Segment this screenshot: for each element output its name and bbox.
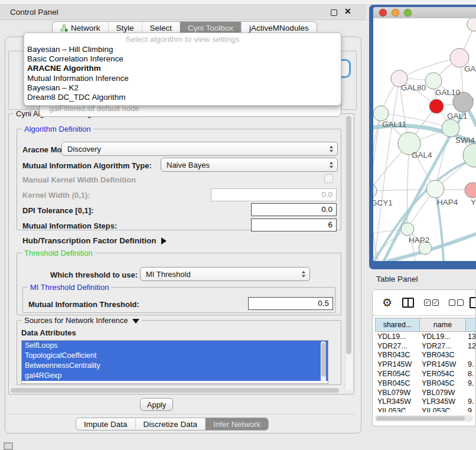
float-window-icon[interactable] [331, 9, 337, 16]
data-attributes-label: Data Attributes [21, 328, 76, 337]
attribute-item[interactable]: BetweennessCentrality [22, 361, 328, 371]
table-toolbar: ⚙ ✓✓ [373, 290, 475, 316]
table-cell: YDL19... [419, 332, 465, 341]
table-cell: 9. [465, 379, 476, 387]
table-row[interactable]: YBL079WYBL079W [375, 388, 476, 397]
manual-kernel-checkbox[interactable] [324, 174, 333, 183]
select-all-checkboxes-icon[interactable]: ✓✓ [424, 299, 439, 306]
hub-definition-label: Hub/Transcription Factor Definition [22, 236, 157, 245]
attribute-item[interactable]: SelfLoops [22, 341, 328, 351]
table-row[interactable]: YDR27...YDR27...12 [375, 341, 476, 351]
algorithm-definition-title: Algorithm Definition [22, 125, 93, 133]
table-cell: YPR145W [419, 360, 465, 369]
data-attributes-list[interactable]: SelfLoopsTopologicalCoefficientBetweenne… [21, 340, 328, 384]
table-row[interactable]: YPR145WYPR145W9. [375, 360, 476, 369]
mi-steps-label: Mutual Information Steps: [22, 221, 117, 230]
table-row[interactable]: YER054CYER054C8. [375, 369, 476, 379]
table-row[interactable]: YBR045CYBR045C9. [375, 379, 476, 388]
network-node[interactable] [426, 180, 444, 198]
table-cell: 9. [465, 360, 476, 369]
attributes-vscrollbar-thumb[interactable] [321, 343, 326, 377]
mi-type-value: Naive Bayes [167, 161, 210, 169]
settings-hscrollbar-thumb[interactable] [11, 388, 339, 393]
node-label: GAL11 [382, 120, 406, 129]
table-column-header[interactable]: name [419, 318, 465, 332]
sources-group-title[interactable]: Sources for Network Inference [22, 316, 142, 325]
table-row[interactable]: YIL053CYIL053C9. [375, 406, 476, 412]
settings-vscrollbar-thumb[interactable] [346, 116, 351, 354]
zoom-traffic-light-icon[interactable] [404, 9, 412, 17]
table-row[interactable]: YDL19...YDL19...13 [375, 332, 476, 341]
network-node[interactable] [425, 73, 442, 89]
gear-icon[interactable]: ⚙ [382, 297, 392, 308]
deselect-all-checkboxes-icon[interactable] [449, 299, 464, 306]
dpi-tolerance-field[interactable]: 0.0 [251, 203, 337, 216]
algorithm-option[interactable]: Bayesian – K2 [24, 83, 341, 93]
minimize-traffic-light-icon[interactable] [392, 9, 399, 17]
tab-label: Network [71, 24, 100, 32]
node-label: GCY1 [373, 198, 393, 207]
table-column-header[interactable] [465, 318, 476, 332]
apply-button[interactable]: Apply [140, 398, 173, 411]
top-strip [0, 0, 476, 5]
table-cell: 9. [465, 397, 476, 406]
bottom-tabbar: Impute DataDiscretize DataInfer Network [76, 418, 269, 431]
node-label: GAL [464, 64, 476, 73]
table-cell: YBL079W [375, 389, 419, 397]
bottom-tab-impute-data[interactable]: Impute Data [76, 418, 136, 430]
bottom-tab-infer-network[interactable]: Infer Network [206, 418, 268, 430]
aracne-mode-combo[interactable]: Discovery [61, 142, 338, 156]
algorithm-option[interactable]: Bayesian – Hill Climbing [24, 45, 341, 54]
algorithm-option[interactable]: Dream8 DC_TDC Algorithm [24, 93, 341, 102]
network-view-canvas[interactable]: GALGAL80GAL10GAL1GAL11SWI4GAL4GCY1HAP4YH… [373, 18, 476, 261]
mi-type-combo[interactable]: Naive Bayes [161, 158, 338, 172]
network-icon [60, 24, 68, 32]
algorithm-dropdown-popup: Select algorithm to view settings Bayesi… [24, 32, 341, 106]
network-node[interactable] [429, 99, 444, 113]
table-column-header[interactable]: shared... [375, 318, 419, 332]
dpi-tolerance-label: DPI Tolerance [0,1]: [22, 206, 93, 215]
kernel-width-field[interactable]: 0.0 [211, 188, 337, 201]
table-panel: ⚙ ✓✓ shared...name YDL19...YDL19...13YDR… [372, 289, 476, 426]
table-header-row: shared...name [375, 318, 476, 332]
close-traffic-light-icon[interactable] [379, 9, 387, 17]
network-node[interactable] [465, 182, 476, 198]
network-window-titlebar[interactable] [373, 7, 476, 18]
table-row[interactable]: YLR345WYLR345W9. [375, 397, 476, 407]
table-hscrollbar-thumb[interactable] [376, 416, 465, 420]
algorithm-option[interactable]: Mutual Information Inference [24, 74, 341, 83]
hub-definition-toggle[interactable]: Hub/Transcription Factor Definition [22, 236, 167, 245]
control-panel-titlebar: Control Panel ✕ [0, 5, 366, 20]
tab-label: jActiveMNodules [249, 24, 309, 32]
node-label: Y [471, 198, 476, 207]
network-node[interactable] [401, 223, 414, 236]
which-threshold-label: Which threshold to use: [50, 270, 138, 279]
mi-threshold-label: Mutual Information Threshold: [28, 300, 139, 309]
table-cell: YLR345W [419, 397, 465, 406]
which-threshold-combo[interactable]: MI Threshold [140, 267, 310, 281]
tab-label: Cyni Toolbox [188, 24, 233, 32]
mi-threshold-field[interactable]: 0.5 [248, 297, 333, 310]
table-cell: YER054C [375, 370, 419, 378]
network-node[interactable] [467, 18, 476, 31]
table-cell: YDL19... [375, 332, 419, 341]
network-edge-thick[interactable] [389, 234, 476, 261]
algorithm-popup-prompt: Select algorithm to view settings [24, 34, 341, 45]
split-columns-icon[interactable] [402, 298, 414, 308]
network-node[interactable] [442, 119, 459, 137]
bottom-tab-discretize-data[interactable]: Discretize Data [136, 418, 206, 430]
network-node[interactable] [373, 184, 377, 198]
document-icon[interactable] [470, 297, 476, 308]
mi-steps-field[interactable]: 6 [251, 219, 337, 231]
algorithm-option[interactable]: Basic Correlation Inference [24, 54, 341, 64]
network-node[interactable] [373, 106, 389, 121]
attribute-item[interactable]: gal4RGexp [22, 371, 328, 381]
minimized-panel-icon[interactable] [4, 442, 13, 450]
attribute-item[interactable]: TopologicalCoefficient [22, 351, 328, 361]
close-icon[interactable]: ✕ [344, 6, 351, 16]
node-label: GAL80 [401, 83, 426, 92]
algorithm-popup-items: Bayesian – Hill ClimbingBasic Correlatio… [24, 45, 341, 102]
table-row[interactable]: YBR043CYBR043C [375, 351, 476, 360]
node-label: HAP2 [409, 236, 429, 244]
algorithm-option[interactable]: ARACNE Algorithm [24, 64, 341, 73]
